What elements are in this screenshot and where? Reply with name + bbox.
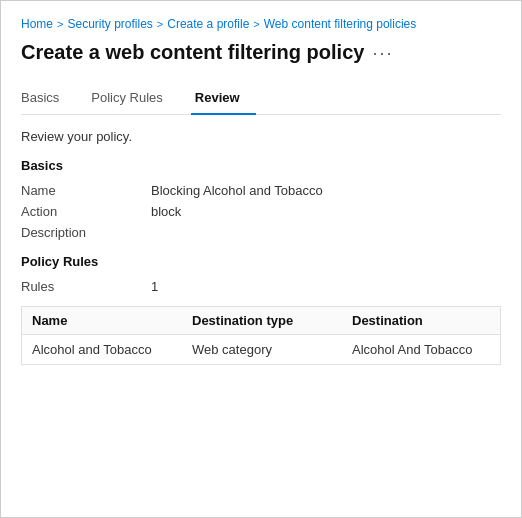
td-destination: Alcohol And Tobacco xyxy=(352,342,490,357)
basics-section-title: Basics xyxy=(21,158,501,173)
policy-rules-section-title: Policy Rules xyxy=(21,254,501,269)
breadcrumb-home[interactable]: Home xyxy=(21,17,53,31)
rules-row: Rules 1 xyxy=(21,279,501,294)
tab-basics[interactable]: Basics xyxy=(21,82,75,115)
breadcrumb-sep-1: > xyxy=(57,18,63,30)
td-name: Alcohol and Tobacco xyxy=(32,342,192,357)
table-row: Alcohol and Tobacco Web category Alcohol… xyxy=(22,335,500,364)
basics-section: Basics Name Blocking Alcohol and Tobacco… xyxy=(21,158,501,240)
tabs-container: Basics Policy Rules Review xyxy=(21,82,501,115)
review-subtitle: Review your policy. xyxy=(21,129,501,144)
field-description: Description xyxy=(21,225,501,240)
tab-policy-rules[interactable]: Policy Rules xyxy=(87,82,179,115)
field-action: Action block xyxy=(21,204,501,219)
th-destination-type: Destination type xyxy=(192,313,352,328)
tab-review[interactable]: Review xyxy=(191,82,256,115)
breadcrumb-sep-3: > xyxy=(253,18,259,30)
breadcrumb-web-content[interactable]: Web content filtering policies xyxy=(264,17,417,31)
more-options-icon[interactable]: ··· xyxy=(372,43,393,64)
field-name: Name Blocking Alcohol and Tobacco xyxy=(21,183,501,198)
field-action-label: Action xyxy=(21,204,151,219)
rules-count: 1 xyxy=(151,279,158,294)
field-action-value: block xyxy=(151,204,181,219)
breadcrumb-create-profile[interactable]: Create a profile xyxy=(167,17,249,31)
breadcrumb: Home > Security profiles > Create a prof… xyxy=(21,17,501,31)
rules-label: Rules xyxy=(21,279,151,294)
field-name-label: Name xyxy=(21,183,151,198)
th-name: Name xyxy=(32,313,192,328)
td-destination-type: Web category xyxy=(192,342,352,357)
policy-rules-section: Policy Rules Rules 1 Name Destination ty… xyxy=(21,254,501,365)
table-header: Name Destination type Destination xyxy=(22,307,500,335)
breadcrumb-sep-2: > xyxy=(157,18,163,30)
page-container: Home > Security profiles > Create a prof… xyxy=(0,0,522,518)
field-description-label: Description xyxy=(21,225,151,240)
page-title-row: Create a web content filtering policy ··… xyxy=(21,41,501,64)
page-title: Create a web content filtering policy xyxy=(21,41,364,64)
field-name-value: Blocking Alcohol and Tobacco xyxy=(151,183,323,198)
rules-table: Name Destination type Destination Alcoho… xyxy=(21,306,501,365)
breadcrumb-security-profiles[interactable]: Security profiles xyxy=(67,17,152,31)
th-destination: Destination xyxy=(352,313,490,328)
